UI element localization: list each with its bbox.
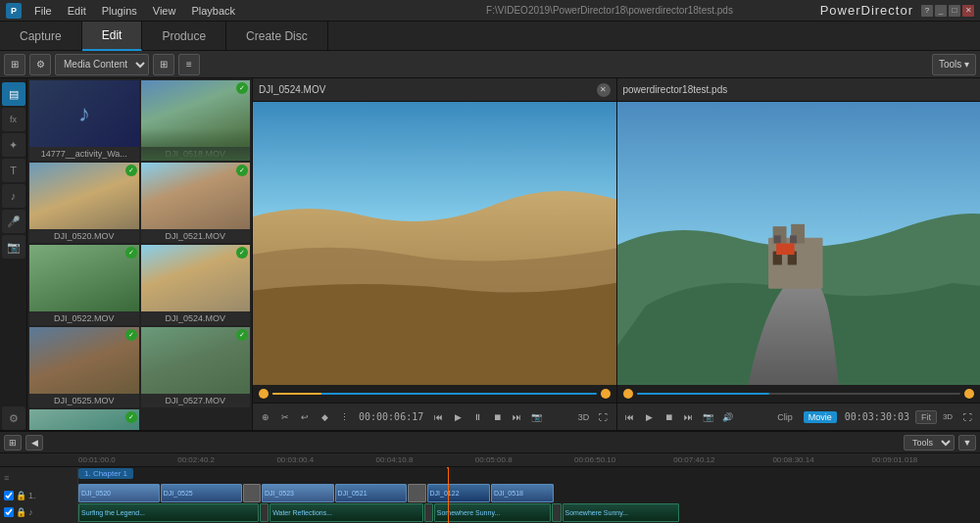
track-label-video1: 🔒 1. [4,487,74,504]
video-clip[interactable]: DJI_0520 [78,484,160,502]
ctrl-next[interactable]: ⏭ [508,408,525,426]
ctrl-cut[interactable]: ✂ [276,408,294,426]
playhead[interactable] [448,467,449,523]
audio-clip[interactable]: Somewhere Sunny... [434,503,552,522]
list-item[interactable]: ✓ DJI_0518.MOV [141,80,251,161]
ctrl-split[interactable]: ⋮ [335,408,353,426]
menu-playback[interactable]: Playback [184,3,242,19]
video-clip[interactable]: DJI_0521 [335,484,408,502]
media-item-name: DJI_0521.MOV [141,229,251,243]
menu-plugins[interactable]: Plugins [95,3,144,19]
ctrl-vol-right[interactable]: 🔊 [719,408,737,426]
close-button[interactable]: ✕ [962,5,974,17]
ctrl-prev-frame-right[interactable]: ⏮ [621,408,639,426]
track-content: 1. Chapter 1 DJI_0520 DJI_0525 DJI_0523 [78,467,980,523]
side-icon-fx[interactable]: fx [2,108,25,131]
side-icon-text[interactable]: T [2,159,25,182]
tools-dropdown[interactable]: Tools [904,435,955,451]
tab-produce[interactable]: Produce [142,22,226,51]
video-clip[interactable]: DJI_0518 [491,484,554,502]
ctrl-3d-left[interactable]: 3D [575,408,593,426]
audio-clip[interactable] [260,503,269,522]
ctrl-arrow[interactable]: ↩ [296,408,314,426]
chapter-marker[interactable]: 1. Chapter 1 [78,468,133,479]
ctrl-next-right[interactable]: ⏭ [680,408,698,426]
maximize-button[interactable]: □ [949,5,960,17]
minimize-button[interactable]: _ [935,5,947,17]
list-item[interactable]: ✓ DJI_0524.MOV [141,245,251,325]
preview-close-left[interactable]: ✕ [597,83,611,97]
media-content-select[interactable]: Media Content [55,54,149,75]
view-list-btn[interactable]: ≡ [178,54,200,75]
tab-create-disc[interactable]: Create Disc [226,22,328,51]
list-item[interactable]: ✓ DJI_0527.MOV [141,327,251,407]
list-item[interactable]: ✓ DJI_0520.MOV [29,163,139,243]
ctrl-play-right[interactable]: ▶ [641,408,659,426]
list-item[interactable]: ✓ DJI_0522.MOV [29,245,139,325]
preview-panel-left: DJI_0524.MOV ✕ [253,78,617,430]
side-icon-audio[interactable]: ♪ [2,184,25,208]
scrub-track-right[interactable] [637,393,961,395]
ctrl-pause[interactable]: ⏸ [468,408,486,426]
ruler-tick: 00:02:40.2 [177,455,215,464]
preview-video-left[interactable] [253,102,616,385]
ctrl-fullscreen-left[interactable]: ⛶ [595,408,612,426]
track-enable-a1[interactable] [4,507,14,517]
tl-prev[interactable]: ◀ [25,435,43,451]
menu-file[interactable]: File [27,3,59,19]
puzzle-btn[interactable]: ⚙ [29,54,51,75]
media-badge: ✓ [236,247,248,259]
ctrl-add-marker[interactable]: ⊕ [257,408,274,426]
clip-mode-btn[interactable]: Clip [772,411,798,423]
ctrl-snap[interactable]: 📷 [527,408,545,426]
ctrl-3d-right[interactable]: 3D [939,408,956,426]
ruler-tick: 00:09:01.018 [872,455,918,464]
audio-clip[interactable]: Surfing the Legend... [78,503,259,522]
tl-arrow[interactable]: ▼ [958,435,976,451]
ctrl-marker[interactable]: ◆ [316,408,333,426]
preview-video-right[interactable] [617,102,981,385]
audio-clip[interactable]: Somewhere Sunny... [563,503,680,522]
video-clip[interactable]: DJI_0523 [262,484,334,502]
video-clip[interactable] [243,484,261,502]
audio-clip[interactable] [552,503,561,522]
ctrl-fullscreen-right[interactable]: ⛶ [958,408,976,426]
view-grid-btn[interactable]: ⊞ [153,54,174,75]
ctrl-stop-right[interactable]: ⏹ [661,408,678,426]
menu-view[interactable]: View [146,3,183,19]
tools-dropdown-btn[interactable]: Tools ▾ [932,54,976,75]
side-icon-mic[interactable]: 🎤 [2,210,25,233]
tab-edit[interactable]: Edit [82,22,143,51]
ctrl-play[interactable]: ▶ [449,408,466,426]
scrub-thumb-left[interactable] [259,389,269,399]
track-enable-v1[interactable] [4,491,14,500]
list-item[interactable]: ♪ 14777__activity_Wa... [29,80,139,161]
help-button[interactable]: ? [921,5,933,17]
tl-add-track[interactable]: ⊞ [4,435,22,451]
preview-right-title: powerdirector18test.pds [623,84,728,95]
scrub-end-right [964,389,974,399]
tab-capture[interactable]: Capture [0,22,82,51]
ctrl-prev-frame[interactable]: ⏮ [429,408,447,426]
audio-clip[interactable]: Water Reflections... [270,503,422,522]
expand-btn[interactable]: ⊞ [4,54,25,75]
fit-btn[interactable]: Fit [915,410,937,424]
list-item[interactable]: ✓ DJI_0525.MOV [29,327,139,407]
audio-clip[interactable] [424,503,433,522]
video-clip[interactable]: DJI_0122 [427,484,490,502]
video-clip[interactable]: DJI_0525 [161,484,242,502]
side-icon-media[interactable]: ▤ [2,82,25,106]
list-item[interactable]: ✓ DJI_0528.MOV [29,409,139,430]
side-icon-camera[interactable]: 📷 [2,235,25,259]
scrub-thumb-right[interactable] [623,389,633,399]
menu-edit[interactable]: Edit [61,3,93,19]
scrub-track-left[interactable] [272,393,597,395]
ctrl-stop[interactable]: ⏹ [488,408,506,426]
menu-items: File Edit Plugins View Playback [27,3,409,19]
list-item[interactable]: ✓ DJI_0521.MOV [141,163,251,243]
ctrl-snap-right[interactable]: 📷 [700,408,717,426]
movie-mode-btn[interactable]: Movie [804,411,837,423]
video-clip[interactable] [408,484,425,502]
side-icon-settings[interactable]: ⚙ [2,406,25,430]
side-icon-star[interactable]: ✦ [2,133,25,157]
